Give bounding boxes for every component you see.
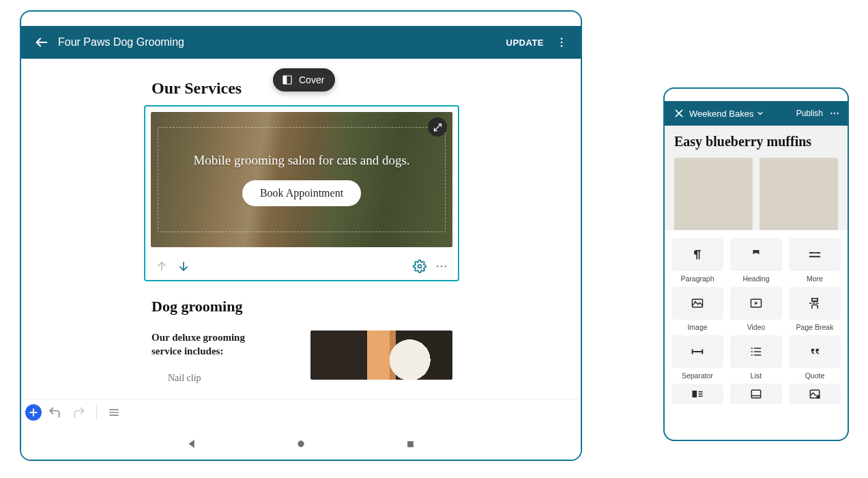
- book-appointment-button[interactable]: Book Appointment: [242, 180, 361, 206]
- svg-point-8: [418, 265, 422, 268]
- android-nav-bar: [21, 428, 581, 460]
- inserter-heading[interactable]: [730, 238, 782, 271]
- inserter-label: List: [730, 371, 782, 380]
- page-title: Four Paws Dog Grooming: [58, 36, 506, 48]
- gallery-image-2[interactable]: [760, 158, 838, 230]
- inserter-label: Page Break: [789, 323, 841, 331]
- gallery-block[interactable]: [665, 155, 848, 230]
- inserter-separator[interactable]: [671, 335, 723, 368]
- inserter-more[interactable]: [789, 238, 841, 271]
- svg-point-9: [437, 266, 439, 268]
- inserter-video[interactable]: [730, 287, 782, 320]
- inserter-quote[interactable]: [789, 335, 841, 368]
- svg-rect-41: [693, 391, 697, 397]
- phone-title-dropdown[interactable]: Weekend Bakes: [689, 109, 796, 119]
- android-back-button[interactable]: [178, 430, 205, 458]
- post-title[interactable]: Easy blueberry muffins: [665, 126, 848, 155]
- svg-point-3: [561, 45, 563, 47]
- block-toolbar: [145, 253, 458, 280]
- svg-point-23: [837, 113, 839, 114]
- block-settings-button[interactable]: [409, 255, 431, 277]
- inserter-paragraph[interactable]: [671, 238, 723, 271]
- publish-button[interactable]: Publish: [796, 109, 823, 118]
- svg-rect-45: [751, 390, 760, 398]
- list-item-nail[interactable]: Nail clip: [168, 373, 201, 384]
- phone-appbar: Weekend Bakes Publish: [665, 101, 848, 126]
- svg-point-22: [834, 113, 835, 114]
- android-home-button[interactable]: [287, 430, 315, 458]
- svg-point-10: [441, 266, 443, 268]
- inserter-label: Image: [671, 323, 723, 331]
- svg-rect-18: [407, 441, 414, 447]
- inserter-unknown-2[interactable]: [789, 384, 841, 404]
- svg-rect-48: [817, 395, 820, 399]
- close-button[interactable]: [669, 103, 689, 124]
- svg-rect-5: [283, 76, 287, 84]
- cover-text[interactable]: Mobile grooming salon for cats and dogs.: [181, 153, 422, 168]
- move-up-button[interactable]: [151, 255, 173, 277]
- cover-settings-button[interactable]: [428, 117, 447, 137]
- android-recents-button[interactable]: [396, 430, 424, 458]
- cover-block[interactable]: Mobile grooming salon for cats and dogs.…: [144, 105, 459, 281]
- cover-inner-outline: [158, 127, 446, 232]
- inserter-label: Heading: [730, 275, 782, 283]
- inserter-label: Video: [730, 323, 782, 331]
- block-more-button[interactable]: [431, 255, 452, 277]
- redo-button[interactable]: [68, 401, 91, 424]
- block-type-pill[interactable]: Cover: [273, 68, 335, 92]
- phone-more-button[interactable]: [826, 103, 843, 124]
- inserter-label: More: [789, 275, 841, 283]
- more-button[interactable]: [549, 29, 574, 56]
- inserter-unknown-1[interactable]: [730, 384, 782, 404]
- cover-image[interactable]: Mobile grooming salon for cats and dogs.…: [151, 112, 452, 247]
- block-type-label: Cover: [299, 74, 324, 85]
- heading-dog-grooming[interactable]: Dog grooming: [151, 298, 242, 315]
- back-button[interactable]: [28, 29, 55, 56]
- svg-point-17: [298, 440, 304, 447]
- tablet-appbar: Four Paws Dog Grooming UPDATE: [21, 26, 581, 59]
- tablet-device: Four Paws Dog Grooming UPDATE Cover Our …: [20, 10, 582, 461]
- gallery-image-1[interactable]: [674, 158, 753, 230]
- inserter-image[interactable]: [671, 287, 723, 320]
- inserter-label: Paragraph: [671, 275, 723, 283]
- image-block[interactable]: [310, 331, 452, 380]
- heading-our-services[interactable]: Our Services: [151, 79, 242, 98]
- phone-title-label: Weekend Bakes: [689, 109, 753, 119]
- svg-point-2: [561, 42, 563, 44]
- add-block-button[interactable]: [25, 404, 42, 421]
- inserter-label: Quote: [789, 371, 841, 380]
- undo-button[interactable]: [43, 401, 66, 424]
- svg-point-21: [830, 113, 832, 114]
- paragraph-deluxe[interactable]: Our deluxe grooming service includes:: [151, 331, 274, 358]
- keyboard-toggle-button[interactable]: [102, 401, 126, 424]
- phone-device: Weekend Bakes Publish Easy blueberry muf…: [663, 87, 849, 441]
- move-down-button[interactable]: [173, 255, 194, 277]
- block-inserter: Paragraph Heading More Image: [665, 230, 848, 417]
- svg-point-29: [695, 300, 696, 302]
- update-button[interactable]: UPDATE: [506, 38, 544, 48]
- cover-icon: [281, 74, 293, 86]
- inserter-page-break[interactable]: [789, 287, 841, 320]
- inserter-label: Separator: [671, 371, 723, 380]
- svg-point-1: [561, 38, 563, 40]
- inserter-media-text[interactable]: [671, 384, 723, 404]
- editor-bottom-bar: [21, 399, 581, 425]
- inserter-list[interactable]: [730, 335, 782, 368]
- chevron-down-icon: [756, 109, 764, 117]
- svg-point-11: [445, 266, 447, 268]
- editor-canvas: Cover Our Services Mobile grooming salon…: [21, 59, 581, 460]
